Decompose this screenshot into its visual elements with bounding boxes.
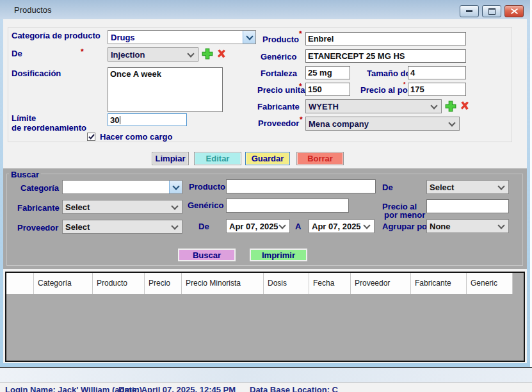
chevron-down-icon [246, 33, 253, 40]
type-label: De [12, 49, 22, 58]
dosage-value: Once A week [110, 69, 161, 79]
product-value: Enbrel [308, 34, 334, 44]
strength-input[interactable]: 25 mg [305, 66, 350, 79]
type-required-marker: * [81, 49, 84, 55]
close-icon [511, 8, 518, 14]
retail-price-input[interactable]: 175 [408, 83, 466, 96]
search-supplier-combobox[interactable]: Select [62, 220, 182, 234]
status-db-location: Data Base Location: C [250, 385, 338, 392]
category-label: Categoría de producto [12, 31, 101, 40]
checkmark-icon [88, 134, 95, 140]
product-required-marker: * [299, 31, 302, 37]
delete-type-icon[interactable] [216, 48, 227, 60]
search-manufacturer-combobox[interactable]: Select [62, 200, 182, 214]
search-type-label: De [382, 183, 393, 192]
column-header-precio[interactable]: Precio [145, 273, 182, 294]
minimize-button[interactable] [460, 5, 479, 17]
window-title: Productos [14, 5, 52, 15]
date-from-value: Apr 07, 2025 [227, 222, 280, 231]
search-product-input[interactable] [226, 179, 376, 193]
generic-input[interactable]: ETANERCEPT 25 MG HS [305, 49, 466, 63]
unit-price-input[interactable]: 150 [305, 83, 350, 96]
restore-icon [488, 8, 496, 15]
reorder-limit-value: 30 [110, 115, 119, 125]
column-header-fabricante[interactable]: Fabricante [411, 273, 467, 294]
reorder-limit-label-line1: Límite [12, 113, 36, 123]
reorder-limit-input[interactable]: 30 [108, 113, 187, 126]
manufacturer-value: WYETH [306, 102, 431, 111]
print-button[interactable]: Imprimir [250, 249, 307, 261]
search-manufacturer-label: Fabricante [17, 203, 60, 213]
close-button[interactable] [504, 5, 524, 17]
search-type-combobox[interactable]: Select [426, 180, 509, 194]
supplier-required-marker: * [300, 117, 303, 123]
manufacturer-label: Fabricante [257, 102, 300, 111]
add-manufacturer-icon[interactable] [445, 101, 456, 112]
text-caret [120, 116, 120, 124]
charge-checkbox[interactable] [87, 133, 95, 141]
group-by-label: Agrupar por [382, 222, 430, 231]
date-from-picker[interactable]: Apr 07, 2025 [226, 219, 290, 233]
type-combobox[interactable]: Injection [108, 47, 198, 61]
date-to-picker[interactable]: Apr 07, 2025 [309, 219, 375, 233]
search-type-value: Select [427, 183, 499, 192]
generic-label: Genérico [261, 52, 296, 61]
delete-manufacturer-icon[interactable] [459, 100, 470, 111]
results-grid: Categoría Producto Precio Precio Minoris… [5, 272, 525, 362]
search-retail-label-line2: por menor [384, 210, 425, 220]
clear-button[interactable]: Limpiar [152, 152, 189, 165]
minimize-icon [466, 10, 472, 12]
chevron-down-icon [187, 50, 194, 57]
column-header-precio-minorista[interactable]: Precio Minorista [182, 273, 264, 294]
dosage-label: Dosificación [12, 69, 61, 78]
dosage-textarea[interactable]: Once A week [108, 67, 223, 112]
delete-button[interactable]: Borrar [296, 152, 344, 165]
column-header-dosis[interactable]: Dosis [264, 273, 309, 294]
search-category-combobox[interactable] [62, 180, 182, 194]
search-button[interactable]: Buscar [178, 249, 236, 261]
category-dropdown-button[interactable] [243, 31, 255, 44]
chevron-down-icon [430, 102, 437, 109]
search-retail-input[interactable] [426, 199, 509, 213]
chevron-down-icon [448, 119, 455, 126]
retail-price-value: 175 [410, 85, 424, 94]
column-header-proveedor[interactable]: Proveedor [351, 273, 411, 294]
strength-value: 25 mg [308, 68, 332, 78]
column-header-categoria[interactable]: Categoría [34, 273, 93, 294]
category-combobox[interactable]: Drugs [108, 30, 256, 44]
generic-value: ETANERCEPT 25 MG HS [308, 51, 405, 61]
size-input[interactable]: 4 [408, 66, 466, 79]
type-value: Injection [108, 50, 188, 60]
search-category-dropdown-button[interactable] [169, 181, 182, 193]
supplier-value: Mena company [306, 119, 449, 129]
status-date: Date: April 07, 2025, 12:45 PM [118, 385, 236, 392]
reorder-limit-label-line2: de reordenamiento [12, 123, 86, 133]
supplier-label: Proveedor [258, 118, 299, 128]
chevron-down-icon [497, 222, 504, 229]
chevron-down-icon [497, 183, 504, 190]
save-button[interactable]: Guardar [245, 152, 290, 165]
search-groupbox-title: Buscar [9, 170, 41, 179]
column-header-generic[interactable]: Generic [467, 273, 513, 294]
add-type-icon[interactable] [202, 48, 213, 60]
title-bar: Productos [0, 0, 530, 19]
search-product-label: Producto [189, 182, 225, 192]
manufacturer-combobox[interactable]: WYETH [305, 99, 442, 113]
date-to-label: A [295, 222, 301, 231]
row-header-column [6, 273, 34, 294]
search-supplier-label: Proveedor [17, 223, 58, 233]
maximize-button[interactable] [482, 5, 501, 17]
status-bar: Login Name: Jack' William (admin) Date: … [0, 382, 532, 392]
date-to-value: Apr 07, 2025 [309, 222, 364, 231]
edit-button[interactable]: Editar [194, 152, 241, 165]
size-label: Tamaño del [367, 69, 412, 78]
column-header-producto[interactable]: Producto [93, 273, 145, 294]
chevron-down-icon [171, 222, 178, 229]
column-header-fecha[interactable]: Fecha [309, 273, 351, 294]
group-by-combobox[interactable]: None [426, 219, 509, 233]
search-generic-input[interactable] [226, 199, 349, 213]
supplier-combobox[interactable]: Mena company [305, 117, 460, 131]
product-label: Producto [262, 35, 299, 44]
search-category-label: Categoría [20, 183, 59, 193]
product-input[interactable]: Enbrel [305, 32, 466, 45]
